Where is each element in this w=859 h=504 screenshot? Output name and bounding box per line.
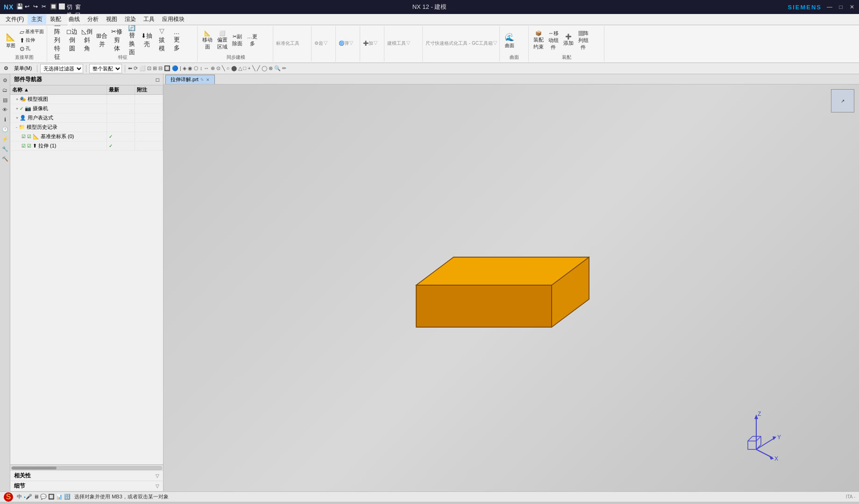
nav-row-model-view[interactable]: + 🎭 模型视图 — [10, 95, 163, 104]
viewport-tab-main[interactable]: 拉伸详解.prt ✎ ✕ — [165, 75, 215, 84]
expand-history[interactable]: - — [16, 125, 17, 130]
extrude-button[interactable]: ⬆ 拉伸 — [19, 36, 45, 44]
menu-analysis[interactable]: 分析 — [84, 14, 102, 24]
sketch-button[interactable]: 📐 草图 — [4, 30, 18, 50]
chamfer-button[interactable]: ◺倒斜角 — [80, 34, 94, 47]
sidebar-icon-8[interactable]: 🔧 — [1, 145, 9, 153]
expand-expr[interactable]: + — [16, 116, 18, 120]
menu-btn[interactable]: 菜单(M) — [12, 64, 34, 72]
csys-check2: ☑ — [27, 134, 31, 139]
sidebar-icon-9[interactable]: 🔨 — [1, 154, 9, 163]
menu-home[interactable]: 主页 — [28, 14, 46, 24]
menu-tools[interactable]: 工具 — [140, 14, 158, 24]
shell-button[interactable]: ⬇抽壳 — [140, 34, 154, 47]
offset-region-button[interactable]: ⬜偏置区域 — [215, 34, 229, 47]
camera-check: ✓ — [20, 106, 23, 111]
redo-icon[interactable]: ↪ — [33, 3, 41, 11]
menu-curve[interactable]: 曲线 — [65, 14, 84, 24]
expand-camera[interactable]: + — [16, 106, 18, 111]
more-feature-icon: …更多 — [171, 35, 182, 46]
ribbon-group-size-format: 尺寸快速格式化工具 - GC工具箱▽ — [424, 26, 500, 62]
part-navigator-header: 部件导航器 □ — [10, 74, 163, 85]
window-icon[interactable]: ⬜ — [58, 3, 66, 11]
array-component-button[interactable]: ▦阵列组件 — [576, 34, 590, 47]
size-format-label — [426, 60, 497, 61]
spring-buttons: 🌀弹▽ — [339, 27, 358, 60]
scope-select[interactable]: 整个装配 — [89, 64, 122, 73]
nav-row-history[interactable]: - 📁 模型历史记录 — [10, 123, 163, 132]
orientation-cube[interactable]: ↗ — [831, 89, 854, 112]
undo-icon[interactable]: ↩ — [25, 3, 32, 11]
switch-window-btn[interactable]: 切换窗口□ — [67, 3, 74, 11]
part-navigator-expand[interactable]: □ — [156, 77, 159, 83]
status-cn-label: 中 — [17, 493, 22, 500]
minimize-button[interactable]: — — [826, 4, 833, 10]
more-feature-button[interactable]: …更多 — [170, 34, 184, 47]
nav-cell-expr: + 👤 用户表达式 — [10, 113, 107, 122]
expand-model-view[interactable]: + — [16, 97, 18, 102]
layout-icon[interactable]: 🔲 — [50, 3, 57, 11]
status-coord: ITA - — [846, 494, 855, 499]
toolbar2-divider3 — [125, 65, 125, 72]
nav-row-camera[interactable]: + ✓ 📷 摄像机 — [10, 104, 163, 113]
close-button[interactable]: ✕ — [849, 4, 855, 10]
nav-row-extrude[interactable]: ☑ ☑ ⬆ 拉伸 (1) ✓ — [10, 141, 163, 151]
sidebar-icon-nav[interactable]: 🗂 — [1, 86, 9, 94]
viewport-area: 拉伸详解.prt ✎ ✕ — [163, 74, 859, 491]
nav-table-header: 名称 ▲ 最新 附注 — [10, 85, 163, 95]
draft-button[interactable]: ▽拔模 — [155, 34, 169, 47]
menu-view[interactable]: 视图 — [102, 14, 121, 24]
viewport-tab-close[interactable]: ✕ — [206, 77, 210, 82]
nav-cell-expr-note — [135, 113, 163, 122]
sidebar-icon-6[interactable]: 🕐 — [1, 125, 9, 133]
add-component-button[interactable]: ➕添加 — [561, 34, 575, 47]
edge-blend-button[interactable]: ◻边倒圆 — [65, 34, 79, 47]
window-btn[interactable]: 窗口□▽ — [75, 3, 83, 11]
assembly-group-label: 装配 — [532, 53, 602, 61]
replace-face-icon: 🔄替换面 — [126, 35, 137, 46]
viewport-inner: Z Y X — [163, 84, 859, 491]
combine-button[interactable]: ⊞合并 — [95, 34, 109, 47]
menu-assembly[interactable]: 装配 — [46, 14, 65, 24]
bottom-panel-detail[interactable]: 细节 ▽ — [10, 481, 163, 491]
maximize-button[interactable]: □ — [838, 4, 844, 10]
trim-button[interactable]: ✂修剪体 — [110, 34, 124, 47]
assembly-constraint-button[interactable]: 📦装配约束 — [532, 34, 546, 47]
array-feature-button[interactable]: ▦阵列特征 — [50, 34, 64, 47]
sidebar-icon-7[interactable]: ⚡ — [1, 135, 9, 143]
sidebar-icon-4[interactable]: 👁 — [1, 105, 9, 114]
move-face-button[interactable]: 📐移动面 — [200, 34, 214, 47]
filter-select[interactable]: 无选择过滤器 — [40, 64, 83, 73]
bottom-panel-relativity[interactable]: 相关性 ▽ — [10, 471, 163, 481]
surface-button[interactable]: 🌊 曲面 — [503, 30, 517, 50]
more-sync-button[interactable]: …更多 — [245, 34, 259, 47]
menu-render[interactable]: 渲染 — [121, 14, 140, 24]
coordinate-axes: Z Y X — [728, 407, 784, 463]
sidebar-icon-1[interactable]: ⚙ — [1, 76, 9, 84]
shell-icon: ⬇抽壳 — [141, 35, 152, 46]
left-sidebar: ⚙ 🗂 ▤ 👁 ℹ 🕐 ⚡ 🔧 🔨 — [0, 74, 10, 491]
cut-icon[interactable]: ✂ — [42, 3, 49, 11]
delete-face-button[interactable]: ✂副除面 — [230, 34, 244, 47]
menu-modules[interactable]: 应用模块 — [158, 14, 188, 24]
nav-row-expr[interactable]: + 👤 用户表达式 — [10, 113, 163, 123]
surface-group-label: 曲面 — [503, 53, 526, 61]
settings-btn[interactable]: ⚙ — [2, 65, 10, 72]
ribbon-group-gear: ⚙齿▽ — [312, 26, 336, 62]
save-icon[interactable]: 💾 — [16, 3, 24, 11]
nav-row-csys[interactable]: ☑ ☑ 📐 基准坐标系 (0) ✓ — [10, 132, 163, 141]
replace-face-button[interactable]: 🔄替换面 — [125, 34, 139, 47]
nav-scrollbar[interactable] — [10, 464, 163, 471]
viewport-3d[interactable]: Z Y X — [163, 84, 859, 491]
3d-model-view — [388, 206, 612, 355]
sketch-label: 草图 — [6, 42, 15, 49]
nav-scrollbar-track — [11, 466, 162, 470]
svg-text:Y: Y — [777, 434, 781, 441]
sidebar-icon-3[interactable]: ▤ — [1, 96, 9, 104]
surface-icon: 🌊 — [504, 31, 515, 42]
sidebar-icon-5[interactable]: ℹ — [1, 115, 9, 124]
menu-file[interactable]: 文件(F) — [2, 14, 28, 24]
move-component-button[interactable]: ↔移动组件 — [547, 34, 561, 47]
base-plane-button[interactable]: ▱ 基准平面 — [19, 28, 45, 36]
hole-button[interactable]: ⊙ 孔 — [19, 45, 45, 53]
